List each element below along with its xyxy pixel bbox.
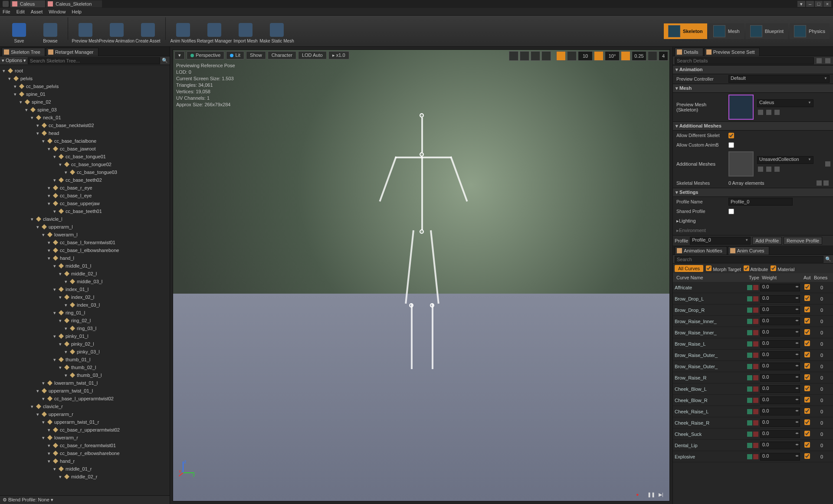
bone-row[interactable]: ▾cc_base_pelvis xyxy=(0,82,170,90)
curve-row[interactable]: Brow_Drop_R0.00 xyxy=(673,304,833,316)
curve-row[interactable]: Brow_Raise_Outer_0.00 xyxy=(673,361,833,372)
curve-row[interactable]: Cheek_Suck0.00 xyxy=(673,429,833,440)
curve-type-morph-icon[interactable] xyxy=(747,296,752,301)
menu-window[interactable]: Window xyxy=(49,9,66,14)
expand-icon[interactable]: ▾ xyxy=(36,412,40,417)
expand-icon[interactable]: ▾ xyxy=(36,131,40,136)
curve-auto-checkbox[interactable] xyxy=(804,408,810,414)
expand-icon[interactable]: ▾ xyxy=(47,201,51,206)
curve-type-morph-icon[interactable] xyxy=(747,353,752,358)
curve-auto-checkbox[interactable] xyxy=(804,318,810,324)
filter-attribute[interactable]: Attribute xyxy=(744,265,768,272)
expand-icon[interactable]: ▾ xyxy=(47,451,51,456)
reset-asset-icon[interactable] xyxy=(774,110,780,115)
curve-type-material-icon[interactable] xyxy=(753,285,758,290)
curve-type-morph-icon[interactable] xyxy=(747,443,752,448)
filter-icon[interactable] xyxy=(817,58,822,63)
curve-type-morph-icon[interactable] xyxy=(747,432,752,437)
close-button[interactable]: × xyxy=(823,1,831,7)
expand-icon[interactable]: ▾ xyxy=(13,92,17,97)
bone-row[interactable]: ▾ring_01_l xyxy=(0,309,170,317)
use-asset-icon[interactable] xyxy=(758,110,763,115)
curve-type-material-icon[interactable] xyxy=(753,375,758,380)
angle-snap-value[interactable]: 10° xyxy=(605,51,620,61)
scale-snap-toggle[interactable] xyxy=(621,51,630,61)
curve-type-material-icon[interactable] xyxy=(753,454,758,459)
curve-weight-input[interactable]: 0.0 xyxy=(760,442,800,449)
shared-profile-checkbox[interactable] xyxy=(728,209,734,214)
transform-scale-icon[interactable] xyxy=(541,51,551,61)
curve-weight-input[interactable]: 0.0 xyxy=(760,419,800,427)
add-profile-button[interactable]: Add Profile xyxy=(752,237,782,245)
expand-icon[interactable]: ▾ xyxy=(30,115,34,121)
expand-icon[interactable]: ▾ xyxy=(47,458,51,464)
make-static-button[interactable]: Make Static Mesh xyxy=(261,17,292,45)
curve-type-material-icon[interactable] xyxy=(753,420,758,425)
bone-row[interactable]: ▾index_01_l xyxy=(0,285,170,293)
expand-icon[interactable]: ▾ xyxy=(47,248,51,253)
curve-type-material-icon[interactable] xyxy=(753,330,758,335)
bone-row[interactable]: ▾upperarm_twist_01_l xyxy=(0,387,170,395)
bone-row[interactable]: ▾hand_l xyxy=(0,254,170,262)
curve-type-material-icon[interactable] xyxy=(753,353,758,358)
bone-row[interactable]: ▾upperarm_l xyxy=(0,223,170,231)
expand-icon[interactable]: ▾ xyxy=(64,279,68,285)
curve-weight-input[interactable]: 0.0 xyxy=(760,453,800,461)
bone-row[interactable]: ▾cc_base_facialbone xyxy=(0,137,170,145)
allow-custom-animbp-checkbox[interactable] xyxy=(728,142,734,148)
curve-row[interactable]: Cheek_Blow_R0.00 xyxy=(673,395,833,406)
title-tab[interactable]: Caleus_Skeleton xyxy=(46,0,102,7)
expand-icon[interactable]: ▾ xyxy=(64,170,68,175)
camera-speed-icon[interactable] xyxy=(648,51,657,61)
bone-row[interactable]: ▾lowerarm_twist_01_l xyxy=(0,379,170,387)
mode-tab-mesh[interactable]: Mesh xyxy=(709,23,744,39)
left-tab[interactable]: Skeleton Tree xyxy=(2,48,45,56)
allow-diff-skeleton-checkbox[interactable] xyxy=(728,133,734,138)
curve-weight-input[interactable]: 0.0 xyxy=(760,408,800,416)
section-settings[interactable]: Settings xyxy=(673,188,833,197)
reset-asset-icon[interactable] xyxy=(774,167,780,172)
mode-tab-physics[interactable]: Physics xyxy=(790,23,830,39)
filter-all-curves[interactable]: All Curves xyxy=(675,265,703,272)
bone-row[interactable]: ▾cc_base_teeth02 xyxy=(0,176,170,184)
bone-row[interactable]: ▾middle_01_r xyxy=(0,465,170,473)
angle-snap-toggle[interactable] xyxy=(594,51,603,61)
camera-speed-value[interactable]: 4 xyxy=(659,51,668,61)
curve-row[interactable]: Cheek_Raise_L0.00 xyxy=(673,406,833,417)
expand-icon[interactable]: ▾ xyxy=(30,404,34,409)
scale-snap-value[interactable]: 0.25 xyxy=(632,51,646,61)
profile-dropdown[interactable]: Profile_0 xyxy=(690,237,751,245)
bone-row[interactable]: ▾cc_base_tongue03 xyxy=(0,168,170,176)
bone-row[interactable]: ▾upperarm_r xyxy=(0,410,170,418)
curve-weight-input[interactable]: 0.0 xyxy=(760,351,800,359)
curve-auto-checkbox[interactable] xyxy=(804,453,810,459)
expand-icon[interactable]: ▾ xyxy=(47,255,51,261)
expand-icon[interactable]: ▾ xyxy=(41,435,46,441)
bone-row[interactable]: ▾cc_base_jawroot xyxy=(0,145,170,153)
bone-row[interactable]: ▾hand_r xyxy=(0,457,170,465)
bone-row[interactable]: ▾cc_base_l_eye xyxy=(0,192,170,200)
expand-icon[interactable]: ▾ xyxy=(7,76,12,82)
mode-tab-blueprint[interactable]: Blueprint xyxy=(746,23,788,39)
expand-icon[interactable]: ▾ xyxy=(36,123,40,128)
left-tab[interactable]: Retarget Manager xyxy=(46,48,98,56)
curve-auto-checkbox[interactable] xyxy=(804,363,810,369)
curve-auto-checkbox[interactable] xyxy=(804,340,810,346)
filter-material[interactable]: Material xyxy=(771,265,794,272)
section-mesh[interactable]: Mesh xyxy=(673,84,833,93)
expand-icon[interactable]: ▾ xyxy=(36,224,40,230)
preview-anim-button[interactable]: Preview Animation xyxy=(101,17,132,45)
curve-weight-input[interactable]: 0.0 xyxy=(760,396,800,404)
curve-row[interactable]: Brow_Raise_R0.00 xyxy=(673,372,833,383)
curve-type-morph-icon[interactable] xyxy=(747,308,752,313)
additional-mesh-thumbnail[interactable] xyxy=(728,151,754,177)
expand-icon[interactable]: ▾ xyxy=(47,240,51,245)
pause-button[interactable]: ❚❚ xyxy=(647,492,655,500)
expand-icon[interactable]: ▾ xyxy=(52,357,57,363)
remove-profile-button[interactable]: Remove Profile xyxy=(784,237,822,245)
bone-row[interactable]: ▾cc_base_r_upperarmtwist02 xyxy=(0,426,170,434)
expand-icon[interactable]: ▾ xyxy=(41,380,46,386)
bone-row[interactable]: ▾spine_01 xyxy=(0,90,170,98)
record-button[interactable]: ● xyxy=(636,492,644,500)
curve-list[interactable]: Affricate0.00Brow_Drop_L0.00Brow_Drop_R0… xyxy=(673,282,833,504)
